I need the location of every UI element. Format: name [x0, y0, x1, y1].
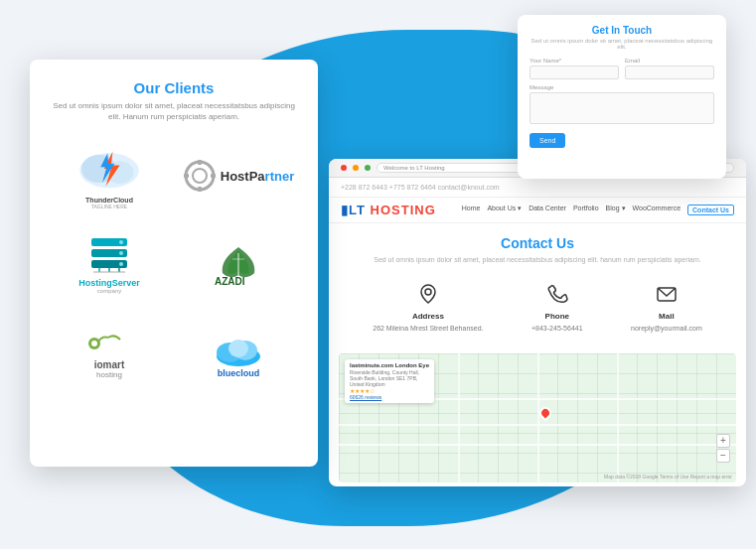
map-stars: ★★★★☆	[350, 387, 429, 394]
azadi-icon: AZADI	[213, 243, 264, 287]
list-item: bluecloud	[179, 315, 298, 394]
name-input[interactable]	[529, 66, 619, 79]
list-item: ThunderCloud TAGLINE HERE	[50, 136, 169, 215]
svg-rect-7	[198, 160, 202, 165]
contact-page-title: Contact Us	[349, 235, 726, 251]
mail-icon	[656, 283, 678, 305]
form-name-label: Your Name*	[529, 58, 619, 64]
svg-point-23	[91, 341, 97, 346]
clients-subtitle: Sed ut omnis ipsum dolor sit amet, place…	[46, 100, 302, 122]
phone-icon-wrap	[543, 280, 571, 308]
address-label: Address	[412, 312, 444, 321]
hostpa-text: HostPartner	[221, 169, 294, 184]
map-credit: Map data ©2018 Google Terms of Use Repor…	[604, 474, 732, 480]
map-road	[617, 353, 619, 482]
contact-address-item: Address 262 Mileina Mrest Street Behanse…	[373, 280, 483, 332]
svg-rect-8	[198, 187, 202, 192]
contact-phone-item: Phone +843-245-56441	[531, 280, 583, 332]
contact-page-card: Welcome to LT Hosting +228 872 6443 +775…	[329, 159, 746, 486]
message-input[interactable]	[529, 92, 714, 124]
iomart-sublabel: hosting	[96, 370, 122, 379]
hostpa-gear-icon	[183, 159, 217, 193]
clients-card: Our Clients Sed ut omnis ipsum dolor sit…	[30, 60, 318, 467]
nav-main: ▮LT HOSTING Home About Us ▾ Data Center …	[329, 198, 746, 223]
form-name-email-row: Your Name* Email	[529, 58, 714, 79]
address-value: 262 Mileina Mrest Street Behansed.	[373, 325, 483, 332]
nav-phone: +228 872 6443 +775 872 6464 contact@knou…	[341, 184, 500, 191]
nav-home[interactable]: Home	[462, 205, 481, 215]
email-input[interactable]	[625, 66, 714, 79]
form-message-label: Message	[529, 84, 714, 90]
bluecloud-label: bluecloud	[218, 368, 260, 378]
list-item: AZADI	[179, 225, 298, 305]
phone-icon	[546, 283, 568, 305]
hosting-server-icon	[83, 236, 135, 278]
map-pin	[537, 407, 553, 423]
list-item: HostingServer company	[50, 225, 169, 305]
browser-dot-red	[341, 165, 347, 171]
form-title: Get In Touch	[529, 25, 714, 36]
svg-point-6	[193, 169, 207, 183]
nav-datacenter[interactable]: Data Center	[529, 205, 566, 215]
map-road	[458, 353, 460, 482]
map-location-title: lastminute.com London Eye	[350, 362, 429, 368]
phone-label: Phone	[545, 312, 569, 321]
browser-dot-orange	[353, 165, 359, 171]
logos-grid: ThunderCloud TAGLINE HERE HostPartner	[46, 136, 302, 394]
nav-about[interactable]: About Us ▾	[487, 205, 522, 215]
logo-sublabel: TAGLINE HERE	[91, 204, 127, 209]
map-zoom-in[interactable]: +	[716, 434, 730, 448]
map-zoom-out[interactable]: −	[716, 449, 730, 463]
browser-dot-green	[365, 165, 371, 171]
contact-info-row: Address 262 Mileina Mrest Street Behanse…	[349, 280, 726, 332]
clients-title: Our Clients	[46, 79, 302, 96]
bluecloud-icon	[212, 331, 265, 368]
nav-contact[interactable]: Contact Us	[687, 205, 734, 215]
thunder-cloud-icon	[75, 143, 144, 195]
map-zoom-controls: + −	[716, 434, 730, 463]
svg-text:AZADI: AZADI	[215, 276, 245, 287]
form-name-field: Your Name*	[529, 58, 619, 79]
svg-point-15	[119, 251, 123, 255]
svg-point-28	[425, 289, 431, 295]
svg-rect-10	[211, 174, 216, 178]
send-button[interactable]: Send	[529, 133, 565, 148]
nav-blog[interactable]: Blog ▾	[606, 205, 626, 215]
list-item: iomart hosting	[50, 315, 169, 394]
map-location-addr: Riverside Building, County Hall, South B…	[350, 369, 429, 387]
phone-value: +843-245-56441	[531, 325, 583, 332]
mail-value: noreply@yourmail.com	[631, 325, 702, 332]
map-area: lastminute.com London Eye Riverside Buil…	[339, 353, 736, 482]
address-icon-wrap	[414, 280, 442, 308]
map-info-box: lastminute.com London Eye Riverside Buil…	[345, 359, 434, 403]
contact-body: Contact Us Sed ut omnis ipsum dolor sit …	[329, 223, 746, 353]
iomart-label: iomart	[94, 359, 125, 370]
nav-links: Home About Us ▾ Data Center Portfolio Bl…	[462, 205, 734, 215]
hosting-server-label: HostingServer	[78, 278, 140, 288]
form-email-label: Email	[625, 58, 714, 64]
mail-icon-wrap	[653, 280, 680, 308]
contact-page-subtitle: Sed ut omnis ipsum dolor sit amet, place…	[349, 255, 726, 266]
svg-point-14	[119, 240, 123, 244]
mail-label: Mail	[659, 312, 675, 321]
site-navbar: +228 872 6443 +775 872 6464 contact@knou…	[329, 178, 746, 198]
iomart-icon	[84, 330, 134, 359]
list-item: HostPartner	[179, 136, 298, 215]
logo-name: ThunderCloud	[85, 197, 133, 204]
svg-point-5	[186, 162, 214, 190]
svg-rect-9	[184, 174, 189, 178]
form-email-field: Email	[625, 58, 714, 79]
nav-portfolio[interactable]: Portfolio	[573, 205, 599, 215]
contact-mail-item: Mail noreply@yourmail.com	[631, 280, 702, 332]
form-message-field: Message	[529, 84, 714, 124]
map-reviews[interactable]: 60626 reviews	[350, 394, 429, 400]
nav-woo[interactable]: WooCommerce	[633, 205, 681, 215]
site-logo: ▮LT HOSTING	[341, 203, 436, 217]
form-subtitle: Sed ut omnis ipsum dolor sit amet, place…	[529, 38, 714, 50]
hosting-server-sublabel: company	[97, 288, 121, 294]
svg-point-16	[119, 262, 123, 266]
svg-point-27	[228, 340, 248, 357]
contact-form-card: Get In Touch Sed ut omnis ipsum dolor si…	[518, 15, 726, 179]
address-icon	[417, 283, 439, 305]
